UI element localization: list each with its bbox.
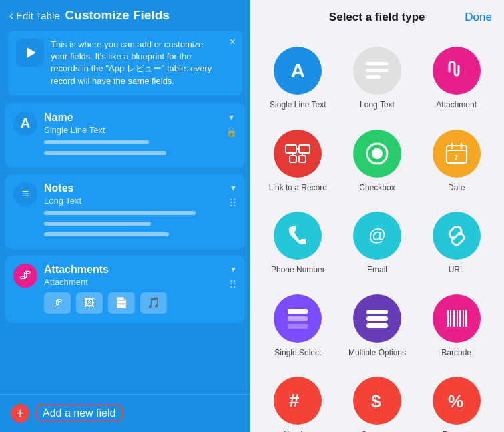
svg-rect-27 (453, 310, 455, 327)
svg-rect-26 (450, 310, 451, 327)
field-name-label: Notes (44, 182, 222, 194)
done-button[interactable]: Done (465, 11, 492, 24)
field-preview-name (44, 140, 219, 158)
preview-bar (44, 211, 196, 215)
field-type-long-text[interactable]: Long Text (338, 37, 417, 120)
preview-bar (44, 140, 149, 144)
header: ‹ Edit Table Customize Fields (0, 0, 250, 31)
svg-rect-21 (288, 324, 308, 329)
field-type-label: Long Text (44, 196, 222, 206)
field-icon-name: A (13, 112, 37, 136)
field-type-attachment[interactable]: Attachment (417, 37, 496, 120)
checkbox-icon (353, 130, 401, 178)
left-panel: ‹ Edit Table Customize Fields This is wh… (0, 0, 250, 432)
chevron-down-icon: ▾ (229, 112, 234, 122)
single-line-text-icon: A (274, 47, 322, 95)
svg-rect-30 (463, 310, 464, 327)
field-type-url[interactable]: URL (417, 202, 496, 285)
preview-bar (44, 222, 151, 226)
field-type-label: Multiple Options (348, 348, 406, 359)
svg-text:@: @ (368, 225, 386, 245)
back-button[interactable]: ‹ Edit Table (9, 9, 60, 23)
field-type-phone[interactable]: Phone Number (258, 202, 338, 285)
field-item-notes[interactable]: ≡ Notes Long Text ▾ ⠿ (5, 174, 245, 249)
field-type-label: Checkbox (359, 183, 395, 194)
lock-icon: 🔒 (226, 126, 237, 137)
field-name-label: Name (44, 112, 219, 124)
doc-icon: 📄 (108, 292, 135, 314)
add-field-bar[interactable]: + Add a new field (0, 394, 250, 432)
video-icon[interactable] (16, 39, 44, 67)
fields-list: A Name Single Line Text ▾ 🔒 ≡ Notes (0, 103, 250, 394)
field-type-checkbox[interactable]: Checkbox (338, 120, 417, 203)
svg-line-18 (454, 233, 459, 238)
svg-text:%: % (448, 391, 463, 411)
field-name-label: Attachments (44, 264, 222, 276)
email-icon: @ (353, 212, 401, 260)
right-panel-title: Select a field type (329, 11, 425, 24)
field-item-name[interactable]: A Name Single Line Text ▾ 🔒 (5, 103, 245, 168)
info-banner: This is where you can add or customize y… (8, 31, 242, 95)
field-right-attachments: ▾ ⠿ (229, 264, 237, 291)
field-icon-notes: ≡ (13, 182, 37, 206)
back-arrow-icon: ‹ (9, 9, 13, 23)
close-icon[interactable]: × (230, 36, 236, 48)
page-title: Customize Fields (65, 8, 170, 23)
preview-bar (44, 151, 166, 155)
field-type-label: Long Text (360, 100, 395, 111)
link-record-icon (274, 130, 322, 178)
svg-rect-3 (286, 145, 296, 153)
field-type-number[interactable]: # Number (258, 367, 338, 432)
add-field-label: Add a new field (36, 405, 122, 422)
svg-rect-0 (366, 62, 389, 65)
url-icon (433, 212, 481, 260)
field-preview-notes (44, 211, 222, 240)
clip-icon: 🖇 (44, 292, 71, 314)
svg-rect-29 (459, 310, 461, 327)
svg-rect-8 (299, 156, 306, 162)
svg-rect-28 (457, 310, 458, 327)
field-type-label: URL (449, 265, 465, 276)
field-icon-attachments: 🖇 (13, 264, 37, 288)
single-select-icon (274, 294, 322, 343)
svg-rect-22 (366, 310, 388, 314)
long-text-icon (353, 47, 401, 95)
field-type-label: Date (448, 183, 465, 194)
svg-rect-24 (366, 323, 388, 328)
field-type-label: Email (367, 265, 387, 276)
svg-text:$: $ (371, 391, 381, 411)
field-type-barcode[interactable]: Barcode (417, 285, 496, 368)
date-icon: 7 (433, 130, 481, 178)
field-right-name: ▾ 🔒 (226, 112, 237, 137)
drag-handle-icon: ⠿ (229, 197, 237, 210)
field-type-percent[interactable]: % Percent (417, 367, 496, 432)
svg-text:#: # (289, 390, 300, 411)
percent-icon: % (433, 377, 481, 425)
field-type-label: Single Select (274, 348, 321, 359)
svg-rect-23 (366, 316, 388, 321)
svg-text:7: 7 (454, 154, 458, 162)
field-item-attachments[interactable]: 🖇 Attachments Attachment 🖇 🖼 📄 🎵 ▾ ⠿ (5, 256, 245, 323)
field-content-notes: Notes Long Text (44, 182, 222, 240)
field-type-multiple-options[interactable]: Multiple Options (338, 285, 417, 368)
svg-rect-31 (465, 310, 467, 327)
back-label: Edit Table (16, 10, 60, 21)
field-type-label: Phone Number (271, 265, 325, 276)
field-type-currency[interactable]: $ Currency (338, 367, 417, 432)
field-type-label: Attachment (44, 277, 222, 287)
play-triangle-icon (27, 47, 36, 58)
field-type-label: Barcode (441, 348, 471, 359)
field-type-email[interactable]: @ Email (338, 202, 417, 285)
field-type-single-select[interactable]: Single Select (258, 285, 338, 368)
field-type-link-record[interactable]: Link to a Record (258, 120, 338, 203)
field-type-label: Attachment (436, 100, 477, 111)
svg-rect-25 (447, 310, 449, 327)
chevron-down-icon: ▾ (231, 264, 236, 274)
add-icon: + (11, 404, 29, 423)
preview-bar (44, 232, 169, 236)
field-type-date[interactable]: 7 Date (417, 120, 496, 203)
field-type-single-line-text[interactable]: A Single Line Text (258, 37, 338, 120)
attachment-icon (433, 47, 481, 95)
field-type-label: Link to a Record (269, 183, 327, 194)
number-icon: # (274, 377, 322, 425)
